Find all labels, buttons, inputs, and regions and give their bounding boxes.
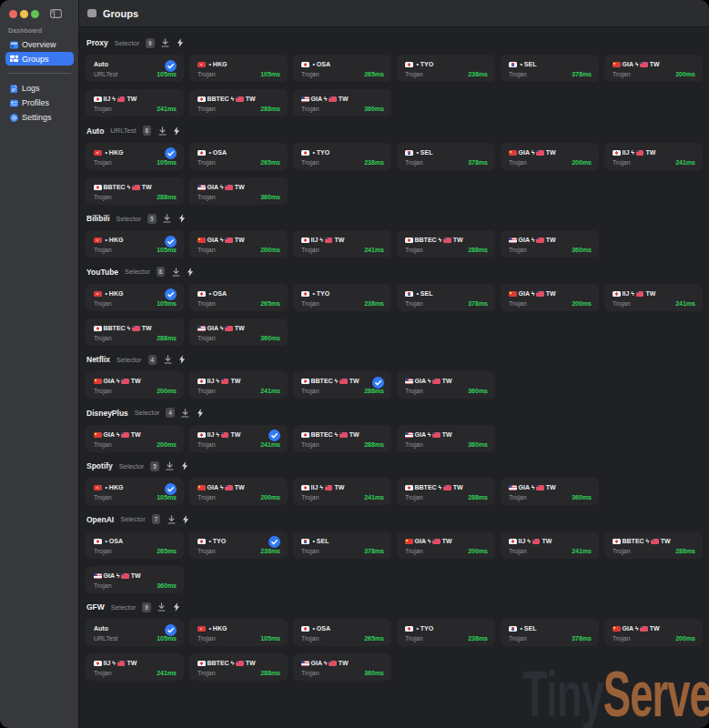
proxy-protocol: Trojan — [301, 635, 319, 642]
proxy-card[interactable]: GIA ϟ TWTrojan360ms — [189, 177, 288, 205]
proxy-card[interactable]: GIA ϟ TWTrojan360ms — [189, 318, 288, 346]
proxy-card[interactable]: • SELTrojan378ms — [397, 143, 495, 170]
bolt-icon[interactable] — [187, 268, 194, 277]
proxy-card[interactable]: • SELTrojan378ms — [501, 55, 599, 82]
proxy-name-text: IIJ ϟ — [208, 378, 221, 385]
proxy-card[interactable]: IIJ ϟ TWTrojan241ms — [293, 230, 391, 258]
proxy-card[interactable]: IIJ ϟ TWTrojan241ms — [86, 89, 184, 116]
proxy-card[interactable]: • OSATrojan265ms — [189, 284, 288, 311]
sidebar-toggle-icon[interactable] — [50, 9, 62, 18]
proxy-card[interactable]: AutoURLTest105ms — [86, 55, 184, 82]
proxy-card[interactable]: IIJ ϟ TWTrojan241ms — [501, 531, 599, 559]
proxy-card[interactable]: BBTEC ϟ TWTrojan288ms — [397, 478, 495, 505]
bolt-icon[interactable] — [178, 355, 186, 364]
proxy-card[interactable]: GIA ϟ TWTrojan200ms — [604, 619, 703, 646]
sidebar-item-groups[interactable]: Groups — [5, 52, 74, 66]
proxy-card[interactable]: • SELTrojan378ms — [397, 284, 495, 311]
proxy-card[interactable]: • HKGTrojan105ms — [189, 619, 288, 646]
bolt-icon[interactable] — [182, 515, 189, 524]
sidebar-item-logs[interactable]: Logs — [5, 82, 74, 96]
proxy-card[interactable]: • HKGTrojan105ms — [86, 143, 184, 170]
zoom-button[interactable] — [31, 10, 39, 18]
proxy-card[interactable]: • HKGTrojan105ms — [86, 284, 184, 311]
proxy-card[interactable]: GIA ϟ TWTrojan360ms — [501, 230, 599, 258]
proxy-card[interactable]: • TYOTrojan238ms — [189, 531, 288, 559]
proxy-card[interactable]: • SELTrojan378ms — [293, 531, 391, 559]
proxy-card[interactable]: • TYOTrojan238ms — [397, 619, 495, 646]
proxy-card[interactable]: • TYOTrojan238ms — [293, 143, 391, 170]
proxy-card[interactable]: • SELTrojan378ms — [501, 619, 599, 646]
proxy-card[interactable]: IIJ ϟ TWTrojan241ms — [86, 653, 184, 681]
proxy-card[interactable]: BBTEC ϟ TWTrojan288ms — [293, 371, 391, 399]
arrow-down-to-line-icon[interactable] — [164, 355, 172, 364]
proxy-card[interactable]: IIJ ϟ TWTrojan241ms — [293, 478, 391, 505]
proxy-card[interactable]: • OSATrojan265ms — [86, 531, 184, 559]
sidebar-item-overview[interactable]: Overview — [5, 38, 74, 52]
arrow-down-to-line-icon[interactable] — [161, 38, 169, 47]
arrow-down-to-line-icon[interactable] — [167, 515, 176, 524]
proxy-card[interactable]: GIA ϟ TWTrojan360ms — [293, 89, 391, 116]
proxy-card[interactable]: BBTEC ϟ TWTrojan288ms — [293, 425, 391, 452]
bolt-icon[interactable] — [173, 602, 180, 612]
proxy-card[interactable]: GIA ϟ TWTrojan200ms — [86, 371, 184, 399]
proxy-card[interactable]: IIJ ϟ TWTrojan241ms — [604, 143, 703, 170]
proxy-card[interactable]: GIA ϟ TWTrojan200ms — [86, 425, 184, 452]
proxy-latency: 241ms — [675, 300, 695, 307]
proxy-name-text: TW — [235, 184, 245, 191]
proxy-card[interactable]: GIA ϟ TWTrojan200ms — [604, 55, 703, 82]
proxy-card[interactable]: BBTEC ϟ TWTrojan288ms — [189, 653, 288, 681]
arrow-down-to-line-icon[interactable] — [158, 126, 167, 136]
arrow-down-to-line-icon[interactable] — [166, 461, 174, 470]
proxy-card[interactable]: • OSATrojan265ms — [293, 55, 391, 82]
selected-check-icon — [165, 147, 177, 158]
group-type: Selector — [120, 515, 146, 523]
proxy-card[interactable]: IIJ ϟ TWTrojan241ms — [604, 284, 703, 311]
proxy-card[interactable]: BBTEC ϟ TWTrojan288ms — [86, 177, 184, 205]
proxy-card[interactable]: IIJ ϟ TWTrojan241ms — [189, 425, 288, 452]
proxy-card[interactable]: GIA ϟ TWTrojan200ms — [189, 478, 288, 505]
proxy-card[interactable]: GIA ϟ TWTrojan360ms — [501, 478, 599, 505]
proxy-card[interactable]: BBTEC ϟ TWTrojan288ms — [189, 89, 288, 116]
sidebar-item-profiles[interactable]: Profiles — [5, 96, 74, 110]
bolt-icon[interactable] — [178, 214, 186, 223]
proxy-card[interactable]: • TYOTrojan238ms — [293, 284, 391, 311]
proxy-card[interactable]: GIA ϟ TWTrojan360ms — [293, 653, 391, 681]
proxy-card[interactable]: • HKGTrojan105ms — [86, 230, 184, 258]
proxy-card[interactable]: GIA ϟ TWTrojan360ms — [397, 371, 495, 399]
settings-icon — [10, 114, 18, 122]
bolt-icon[interactable] — [173, 126, 180, 136]
proxy-card[interactable]: • HKGTrojan105ms — [86, 478, 184, 505]
proxy-card[interactable]: • HKGTrojan105ms — [189, 55, 288, 82]
proxy-card[interactable]: BBTEC ϟ TWTrojan288ms — [86, 318, 184, 346]
sidebar-item-settings[interactable]: Settings — [5, 111, 74, 125]
proxy-card[interactable]: GIA ϟ TWTrojan360ms — [397, 425, 495, 452]
minimize-button[interactable] — [20, 10, 28, 18]
proxy-card[interactable]: • OSATrojan265ms — [189, 143, 288, 170]
proxy-card[interactable]: GIA ϟ TWTrojan200ms — [189, 230, 288, 258]
arrow-down-to-line-icon[interactable] — [172, 268, 180, 277]
proxy-card[interactable]: GIA ϟ TWTrojan360ms — [86, 566, 184, 593]
proxy-card[interactable]: GIA ϟ TWTrojan200ms — [501, 143, 599, 170]
flag-cn-icon — [509, 150, 517, 156]
proxy-card[interactable]: • OSATrojan265ms — [293, 619, 391, 646]
proxy-card[interactable]: BBTEC ϟ TWTrojan288ms — [604, 531, 703, 559]
arrow-down-to-line-icon[interactable] — [163, 214, 171, 223]
proxy-card[interactable]: IIJ ϟ TWTrojan241ms — [189, 371, 288, 399]
group-name: GFW — [86, 602, 105, 612]
proxy-card[interactable]: AutoURLTest105ms — [86, 619, 184, 646]
proxy-name-text: • OSA — [104, 538, 124, 545]
proxy-card[interactable]: • TYOTrojan238ms — [397, 55, 495, 82]
proxy-latency: 105ms — [260, 71, 280, 77]
proxy-name: GIA ϟ TW — [301, 96, 384, 103]
arrow-down-to-line-icon[interactable] — [157, 602, 166, 612]
close-button[interactable] — [9, 10, 17, 18]
group-count-badge: 4 — [148, 355, 157, 365]
proxy-name-text: GIA ϟ — [311, 660, 329, 667]
bolt-icon[interactable] — [177, 38, 184, 47]
proxy-card[interactable]: BBTEC ϟ TWTrojan288ms — [397, 230, 495, 258]
bolt-icon[interactable] — [181, 461, 188, 470]
proxy-card[interactable]: GIA ϟ TWTrojan200ms — [501, 284, 599, 311]
proxy-card[interactable]: GIA ϟ TWTrojan200ms — [397, 531, 495, 559]
arrow-down-to-line-icon[interactable] — [181, 409, 189, 418]
bolt-icon[interactable] — [197, 409, 204, 418]
